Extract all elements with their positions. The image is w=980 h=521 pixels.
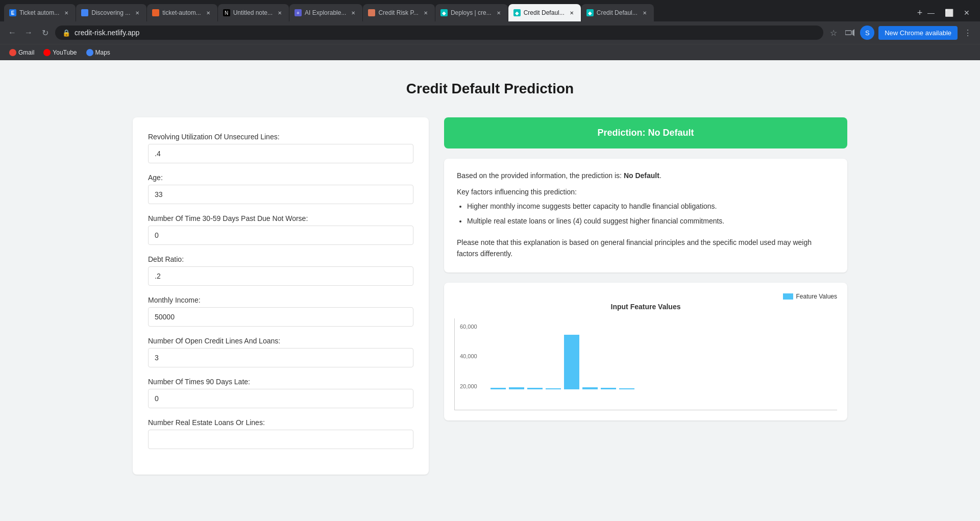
profile-avatar[interactable]: S <box>860 26 874 40</box>
tab-favicon-tab-2 <box>81 9 88 16</box>
cast-icon[interactable] <box>844 27 856 39</box>
tab-favicon-tab-6 <box>368 9 375 16</box>
prediction-label: No Default <box>624 171 659 180</box>
bookmark-favicon-maps <box>86 49 93 56</box>
prediction-banner: Prediction: No Default <box>444 117 847 148</box>
tab-favicon-tab-7: ◆ <box>440 9 448 16</box>
bookmark-gmail[interactable]: Gmail <box>5 47 38 58</box>
tab-label-tab-6: Credit Risk P... <box>378 9 418 16</box>
new-tab-button[interactable]: + <box>913 6 927 20</box>
form-input-times-90-late[interactable] <box>148 389 413 408</box>
reload-button[interactable]: ↻ <box>39 27 51 39</box>
url-bar[interactable]: 🔒 credit-risk.netlify.app <box>55 26 823 40</box>
bookmark-favicon-youtube <box>43 49 51 56</box>
form-input-monthly-income[interactable] <box>148 307 413 327</box>
browser-tab-tab-9[interactable]: ◆Credit Defaul...✕ <box>581 4 654 21</box>
form-group-debt-ratio: Debt Ratio: <box>148 255 413 286</box>
prediction-text: Prediction: No Default <box>597 128 694 138</box>
form-input-open-credit-lines[interactable] <box>148 348 413 367</box>
tab-close-tab-8[interactable]: ✕ <box>568 9 576 17</box>
chart-bar-1 <box>509 387 524 389</box>
form-group-open-credit-lines: Number Of Open Credit Lines And Loans: <box>148 337 413 367</box>
form-input-real-estate-loans[interactable] <box>148 430 413 449</box>
browser-tab-tab-3[interactable]: ticket-autom...✕ <box>147 4 217 21</box>
tab-close-tab-7[interactable]: ✕ <box>495 9 503 17</box>
y-axis-labels: 60,00040,00020,000 <box>460 324 477 389</box>
back-button[interactable]: ← <box>6 27 18 39</box>
tab-label-tab-9: Credit Defaul... <box>597 9 638 16</box>
legend-color-box <box>783 293 793 300</box>
tab-label-tab-2: Discovering ... <box>91 9 130 16</box>
address-bar: ← → ↻ 🔒 credit-risk.netlify.app ☆ S New … <box>0 21 980 44</box>
tab-label-tab-1: Ticket autom... <box>19 9 59 16</box>
tab-close-tab-6[interactable]: ✕ <box>422 9 430 17</box>
chart-bar-4 <box>564 335 579 389</box>
close-button[interactable]: ✕ <box>964 9 970 17</box>
browser-chrome: ETicket autom...✕Discovering ...✕ticket-… <box>0 0 980 60</box>
form-group-monthly-income: Monthly Income: <box>148 296 413 327</box>
browser-tab-tab-7[interactable]: ◆Deploys | cre...✕ <box>435 4 508 21</box>
tab-favicon-tab-4: N <box>223 9 230 16</box>
main-layout: Revolving Utilization Of Unsecured Lines… <box>133 117 847 475</box>
svg-rect-0 <box>845 31 851 35</box>
tab-bar: ETicket autom...✕Discovering ...✕ticket-… <box>0 0 980 21</box>
tab-favicon-tab-1: E <box>9 9 16 16</box>
form-input-revolving-util[interactable] <box>148 144 413 163</box>
maximize-button[interactable]: ⬜ <box>945 9 953 17</box>
tab-label-tab-3: ticket-autom... <box>162 9 201 16</box>
form-group-age: Age: <box>148 173 413 204</box>
factor-item-1: Multiple real estate loans or lines (4) … <box>467 216 835 227</box>
form-group-revolving-util: Revolving Utilization Of Unsecured Lines… <box>148 133 413 163</box>
form-input-debt-ratio[interactable] <box>148 266 413 286</box>
tab-close-tab-2[interactable]: ✕ <box>133 9 141 17</box>
chart-bar-6 <box>601 388 616 389</box>
form-group-times-90-late: Number Of Times 90 Days Late: <box>148 378 413 408</box>
tab-close-tab-9[interactable]: ✕ <box>641 9 649 17</box>
form-label-revolving-util: Revolving Utilization Of Unsecured Lines… <box>148 133 413 141</box>
form-label-open-credit-lines: Number Of Open Credit Lines And Loans: <box>148 337 413 345</box>
tab-label-tab-4: Untitled note... <box>233 9 273 16</box>
bookmark-youtube[interactable]: YouTube <box>39 47 81 58</box>
form-input-time-30-59[interactable] <box>148 226 413 245</box>
chart-card: Feature Values Input Feature Values 60,0… <box>444 283 847 420</box>
form-group-real-estate-loans: Number Real Estate Loans Or Lines: <box>148 418 413 449</box>
explanation-card: Based on the provided information, the p… <box>444 159 847 272</box>
browser-tab-tab-4[interactable]: NUntitled note...✕ <box>218 4 289 21</box>
tab-close-tab-4[interactable]: ✕ <box>276 9 284 17</box>
key-factors-title: Key factors influencing this prediction: <box>457 188 835 196</box>
bookmarks-bar: GmailYouTubeMaps <box>0 44 980 60</box>
tab-label-tab-5: AI Explorable... <box>305 9 346 16</box>
form-label-debt-ratio: Debt Ratio: <box>148 255 413 263</box>
browser-tab-tab-2[interactable]: Discovering ...✕ <box>76 4 146 21</box>
tab-close-tab-3[interactable]: ✕ <box>204 9 212 17</box>
new-chrome-button[interactable]: New Chrome available <box>878 26 958 40</box>
form-label-times-90-late: Number Of Times 90 Days Late: <box>148 378 413 386</box>
y-axis-label: 40,000 <box>460 353 477 359</box>
bookmark-label-youtube: YouTube <box>53 49 77 56</box>
factors-list: Higher monthly income suggests better ca… <box>457 201 835 227</box>
y-axis-label: 60,000 <box>460 324 477 330</box>
browser-tab-tab-8[interactable]: ◆Credit Defaul...✕ <box>508 4 581 21</box>
tab-label-tab-7: Deploys | cre... <box>451 9 492 16</box>
form-label-monthly-income: Monthly Income: <box>148 296 413 304</box>
bookmark-favicon-gmail <box>9 49 16 56</box>
browser-tab-tab-6[interactable]: Credit Risk P...✕ <box>363 4 434 21</box>
minimize-button[interactable]: — <box>927 9 935 17</box>
window-controls: — ⬜ ✕ <box>927 9 976 17</box>
bookmark-label-gmail: Gmail <box>18 49 34 56</box>
bookmark-star-icon[interactable]: ☆ <box>827 27 840 39</box>
bookmark-maps[interactable]: Maps <box>82 47 114 58</box>
forward-button[interactable]: → <box>22 27 35 39</box>
browser-tab-tab-5[interactable]: +AI Explorable...✕ <box>289 4 362 21</box>
address-bar-right: ☆ S New Chrome available ⋮ <box>827 26 974 40</box>
explanation-intro-suffix: . <box>659 171 662 180</box>
tab-close-tab-5[interactable]: ✕ <box>349 9 357 17</box>
tab-favicon-tab-5: + <box>295 9 302 16</box>
browser-tab-tab-1[interactable]: ETicket autom...✕ <box>4 4 76 21</box>
form-input-age[interactable] <box>148 185 413 204</box>
tab-favicon-tab-8: ◆ <box>513 9 521 16</box>
tab-close-tab-1[interactable]: ✕ <box>62 9 70 17</box>
url-text: credit-risk.netlify.app <box>75 29 139 37</box>
explanation-intro-prefix: Based on the provided information, the p… <box>457 171 624 180</box>
menu-icon[interactable]: ⋮ <box>962 27 974 39</box>
